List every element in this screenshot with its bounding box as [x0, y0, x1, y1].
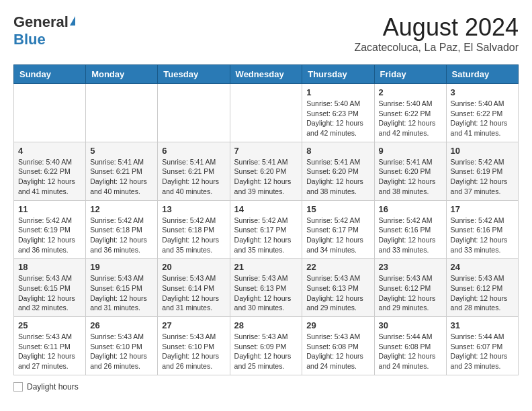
day-info: Sunrise: 5:43 AM Sunset: 6:09 PM Dayligh… [234, 332, 298, 371]
calendar-cell: 4Sunrise: 5:40 AM Sunset: 6:22 PM Daylig… [14, 142, 86, 200]
day-number: 3 [451, 87, 514, 97]
calendar-week-row: 4Sunrise: 5:40 AM Sunset: 6:22 PM Daylig… [14, 142, 519, 200]
day-info: Sunrise: 5:43 AM Sunset: 6:13 PM Dayligh… [306, 273, 369, 313]
day-info: Sunrise: 5:43 AM Sunset: 6:08 PM Dayligh… [306, 332, 369, 371]
calendar-cell: 30Sunrise: 5:44 AM Sunset: 6:08 PM Dayli… [374, 317, 446, 375]
calendar-cell: 15Sunrise: 5:42 AM Sunset: 6:17 PM Dayli… [302, 200, 374, 259]
logo-triangle-icon [70, 16, 75, 26]
day-number: 31 [451, 320, 514, 330]
day-info: Sunrise: 5:44 AM Sunset: 6:07 PM Dayligh… [451, 332, 514, 371]
calendar-cell: 22Sunrise: 5:43 AM Sunset: 6:13 PM Dayli… [302, 259, 374, 317]
day-info: Sunrise: 5:40 AM Sunset: 6:22 PM Dayligh… [451, 99, 514, 138]
day-info: Sunrise: 5:43 AM Sunset: 6:10 PM Dayligh… [90, 332, 153, 371]
calendar-cell: 21Sunrise: 5:43 AM Sunset: 6:13 PM Dayli… [230, 259, 302, 317]
day-info: Sunrise: 5:42 AM Sunset: 6:16 PM Dayligh… [379, 216, 442, 255]
calendar-cell: 9Sunrise: 5:41 AM Sunset: 6:20 PM Daylig… [374, 142, 446, 200]
calendar-cell: 14Sunrise: 5:42 AM Sunset: 6:17 PM Dayli… [230, 200, 302, 259]
day-number: 26 [90, 320, 153, 330]
daylight-label: Daylight hours [27, 382, 79, 392]
column-header-friday: Friday [374, 65, 446, 84]
daylight-box-icon [13, 382, 23, 392]
calendar-cell: 1Sunrise: 5:40 AM Sunset: 6:23 PM Daylig… [302, 84, 374, 142]
calendar-week-row: 1Sunrise: 5:40 AM Sunset: 6:23 PM Daylig… [14, 84, 519, 142]
logo-blue-text: Blue [13, 31, 46, 48]
calendar-cell: 23Sunrise: 5:43 AM Sunset: 6:12 PM Dayli… [374, 259, 446, 317]
day-number: 4 [18, 146, 81, 156]
calendar-cell: 19Sunrise: 5:43 AM Sunset: 6:15 PM Dayli… [86, 259, 158, 317]
day-number: 7 [234, 146, 298, 156]
calendar-cell: 3Sunrise: 5:40 AM Sunset: 6:22 PM Daylig… [446, 84, 518, 142]
calendar-cell: 25Sunrise: 5:43 AM Sunset: 6:11 PM Dayli… [14, 317, 86, 375]
day-number: 11 [18, 204, 81, 214]
column-header-saturday: Saturday [446, 65, 518, 84]
day-info: Sunrise: 5:43 AM Sunset: 6:15 PM Dayligh… [18, 273, 81, 313]
day-number: 18 [18, 262, 81, 272]
day-info: Sunrise: 5:42 AM Sunset: 6:19 PM Dayligh… [18, 216, 81, 255]
day-number: 1 [306, 87, 369, 97]
calendar-cell: 27Sunrise: 5:43 AM Sunset: 6:10 PM Dayli… [158, 317, 230, 375]
calendar-cell: 8Sunrise: 5:41 AM Sunset: 6:20 PM Daylig… [302, 142, 374, 200]
day-number: 20 [162, 262, 225, 272]
day-number: 17 [451, 204, 514, 214]
day-info: Sunrise: 5:40 AM Sunset: 6:23 PM Dayligh… [306, 99, 369, 138]
day-number: 21 [234, 262, 298, 272]
day-number: 6 [162, 146, 225, 156]
calendar-week-row: 11Sunrise: 5:42 AM Sunset: 6:19 PM Dayli… [14, 200, 519, 259]
calendar-week-row: 18Sunrise: 5:43 AM Sunset: 6:15 PM Dayli… [14, 259, 519, 317]
column-header-monday: Monday [86, 65, 158, 84]
title-area: August 2024 Zacatecoluca, La Paz, El Sal… [354, 13, 519, 54]
day-info: Sunrise: 5:40 AM Sunset: 6:22 PM Dayligh… [18, 157, 81, 197]
day-info: Sunrise: 5:42 AM Sunset: 6:19 PM Dayligh… [451, 157, 514, 197]
day-number: 24 [451, 262, 514, 272]
calendar-cell: 6Sunrise: 5:41 AM Sunset: 6:21 PM Daylig… [158, 142, 230, 200]
day-info: Sunrise: 5:42 AM Sunset: 6:18 PM Dayligh… [162, 216, 225, 255]
day-info: Sunrise: 5:40 AM Sunset: 6:22 PM Dayligh… [379, 99, 442, 138]
day-info: Sunrise: 5:43 AM Sunset: 6:12 PM Dayligh… [379, 273, 442, 313]
day-number: 29 [306, 320, 369, 330]
calendar-cell: 24Sunrise: 5:43 AM Sunset: 6:12 PM Dayli… [446, 259, 518, 317]
calendar-table: SundayMondayTuesdayWednesdayThursdayFrid… [13, 64, 519, 375]
day-number: 23 [379, 262, 442, 272]
calendar-cell: 31Sunrise: 5:44 AM Sunset: 6:07 PM Dayli… [446, 317, 518, 375]
day-info: Sunrise: 5:42 AM Sunset: 6:17 PM Dayligh… [234, 216, 298, 255]
day-number: 28 [234, 320, 298, 330]
day-number: 9 [379, 146, 442, 156]
calendar-cell: 18Sunrise: 5:43 AM Sunset: 6:15 PM Dayli… [14, 259, 86, 317]
calendar-cell: 26Sunrise: 5:43 AM Sunset: 6:10 PM Dayli… [86, 317, 158, 375]
calendar-cell [158, 84, 230, 142]
calendar-cell: 7Sunrise: 5:41 AM Sunset: 6:20 PM Daylig… [230, 142, 302, 200]
calendar-cell [86, 84, 158, 142]
day-info: Sunrise: 5:43 AM Sunset: 6:11 PM Dayligh… [18, 332, 81, 371]
calendar-cell: 11Sunrise: 5:42 AM Sunset: 6:19 PM Dayli… [14, 200, 86, 259]
day-number: 30 [379, 320, 442, 330]
day-number: 5 [90, 146, 153, 156]
calendar-cell: 29Sunrise: 5:43 AM Sunset: 6:08 PM Dayli… [302, 317, 374, 375]
day-info: Sunrise: 5:43 AM Sunset: 6:12 PM Dayligh… [451, 273, 514, 313]
column-header-thursday: Thursday [302, 65, 374, 84]
calendar-header-row: SundayMondayTuesdayWednesdayThursdayFrid… [14, 65, 519, 84]
day-info: Sunrise: 5:43 AM Sunset: 6:14 PM Dayligh… [162, 273, 225, 313]
day-number: 13 [162, 204, 225, 214]
day-info: Sunrise: 5:41 AM Sunset: 6:20 PM Dayligh… [306, 157, 369, 197]
column-header-sunday: Sunday [14, 65, 86, 84]
calendar-week-row: 25Sunrise: 5:43 AM Sunset: 6:11 PM Dayli… [14, 317, 519, 375]
day-number: 10 [451, 146, 514, 156]
logo: General Blue [13, 13, 75, 48]
calendar-cell: 28Sunrise: 5:43 AM Sunset: 6:09 PM Dayli… [230, 317, 302, 375]
calendar-cell: 12Sunrise: 5:42 AM Sunset: 6:18 PM Dayli… [86, 200, 158, 259]
day-number: 14 [234, 204, 298, 214]
calendar-cell: 16Sunrise: 5:42 AM Sunset: 6:16 PM Dayli… [374, 200, 446, 259]
day-info: Sunrise: 5:43 AM Sunset: 6:15 PM Dayligh… [90, 273, 153, 313]
column-header-tuesday: Tuesday [158, 65, 230, 84]
day-info: Sunrise: 5:41 AM Sunset: 6:20 PM Dayligh… [379, 157, 442, 197]
day-number: 22 [306, 262, 369, 272]
month-title: August 2024 [354, 13, 519, 42]
calendar-cell: 5Sunrise: 5:41 AM Sunset: 6:21 PM Daylig… [86, 142, 158, 200]
calendar-cell: 17Sunrise: 5:42 AM Sunset: 6:16 PM Dayli… [446, 200, 518, 259]
day-number: 16 [379, 204, 442, 214]
day-number: 25 [18, 320, 81, 330]
calendar-footer: Daylight hours [13, 382, 519, 392]
day-info: Sunrise: 5:43 AM Sunset: 6:13 PM Dayligh… [234, 273, 298, 313]
day-info: Sunrise: 5:42 AM Sunset: 6:18 PM Dayligh… [90, 216, 153, 255]
day-info: Sunrise: 5:41 AM Sunset: 6:21 PM Dayligh… [162, 157, 225, 197]
